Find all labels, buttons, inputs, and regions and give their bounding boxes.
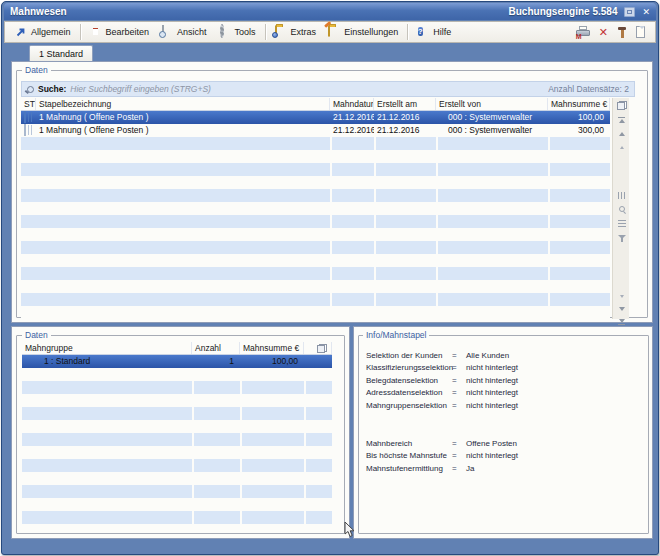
hammer-finalize-button[interactable] (617, 26, 627, 38)
edit-book-icon (90, 26, 102, 38)
step-up-icon[interactable] (613, 141, 630, 153)
group-table-row[interactable]: 1 : Standard 1 100,00 (22, 355, 332, 368)
empty-rows-area (21, 137, 610, 319)
info-row: Mahnbereich = Offene Posten (366, 437, 644, 450)
info-row: Bis höchste Mahnstufe = nicht hinterlegt (366, 450, 644, 463)
titlebar: Mahnwesen Buchungsengine 5.584 ✕ (4, 3, 656, 20)
tab-standard[interactable]: 1 Standard (29, 45, 93, 62)
info-panel: Info/Mahnstapel Selektion der Kunden = A… (353, 326, 653, 539)
info-row: Belegdatenselektion = nicht hinterlegt (366, 374, 644, 387)
mouse-cursor (344, 522, 356, 543)
ne-arrow-icon (15, 26, 27, 38)
search-label: Suche: (38, 84, 66, 94)
record-count-label: Anzahl Datensätze: 2 (548, 84, 629, 94)
scroll-top-icon[interactable] (613, 114, 630, 126)
extras-folder-icon (275, 26, 287, 38)
empty-rows-area (22, 368, 332, 524)
filter-icon[interactable] (613, 231, 630, 243)
info-row: Klassifizierungsselektion = nicht hinter… (366, 362, 644, 375)
delete-button[interactable]: ✕ (599, 26, 608, 38)
info-group-label: Info/Mahnstapel (363, 331, 429, 340)
engine-version-label: Buchungsengine 5.584 (509, 6, 618, 17)
scroll-up-icon[interactable] (613, 128, 630, 140)
help-icon: ? (417, 26, 429, 38)
info-row: Adressdatenselektion = nicht hinterlegt (366, 387, 644, 400)
scroll-down-icon[interactable] (613, 303, 630, 315)
sum-rows-icon[interactable] (613, 217, 630, 229)
close-button[interactable]: ✕ (642, 7, 650, 17)
menu-tools[interactable]: Tools (213, 23, 262, 41)
selection-info-block: Selektion der Kunden = Alle Kunden Klass… (366, 349, 644, 412)
search-input[interactable] (70, 84, 544, 94)
batch-table-header: ST Stapelbezeichnung Mahndatum Erstellt … (21, 98, 610, 111)
info-row: Mahnstufenermittlung = Ja (366, 462, 644, 475)
search-bar: Suche: Anzahl Datensätze: 2 (21, 81, 635, 97)
daten-group-label: Daten (22, 66, 51, 75)
copy-export-icon[interactable] (613, 99, 630, 111)
copy-export-icon[interactable] (317, 344, 327, 353)
tools-gear-icon (219, 26, 231, 38)
zoom-search-icon[interactable] (613, 203, 630, 215)
menu-separator (265, 24, 266, 40)
app-window: Mahnwesen Buchungsengine 5.584 ✕ Allgeme… (1, 1, 659, 555)
menu-separator (407, 24, 408, 40)
mahngruppe-panel: Daten Mahngruppe Anzahl Mahnsumme € 1 : … (11, 326, 350, 539)
menu-bearbeiten[interactable]: Bearbeiten (84, 23, 156, 41)
columns-icon[interactable] (613, 189, 630, 201)
batch-grid-icon (24, 124, 26, 136)
window-system-icon[interactable] (624, 7, 635, 17)
table-toolbar-strip (612, 98, 629, 319)
menu-einstellungen[interactable]: Einstellungen (322, 23, 404, 41)
step-down-icon[interactable] (613, 290, 630, 302)
search-icon (27, 86, 34, 93)
info-row: Mahngruppenselektion = nicht hinterlegt (366, 399, 644, 412)
menu-separator (80, 24, 81, 40)
menu-hilfe[interactable]: ? Hilfe (411, 23, 457, 41)
menubar: Allgemein Bearbeiten Ansicht Tools Extra… (4, 21, 656, 43)
daten2-group-label: Daten (22, 331, 51, 340)
info-row: Selektion der Kunden = Alle Kunden (366, 349, 644, 362)
window-title: Mahnwesen (10, 6, 67, 17)
table-row[interactable]: 1 Mahnung ( Offene Posten ) 21.12.2016 2… (21, 124, 610, 137)
menu-extras[interactable]: Extras (269, 23, 323, 41)
print-dunning-button[interactable]: M (576, 26, 590, 38)
menu-allgemein[interactable]: Allgemein (9, 23, 77, 41)
table-row[interactable]: 1 Mahnung ( Offene Posten ) 21.12.2016 2… (21, 111, 610, 124)
menu-ansicht[interactable]: Ansicht (155, 23, 213, 41)
group-table-header: Mahngruppe Anzahl Mahnsumme € (22, 342, 332, 355)
batches-panel: Daten Suche: Anzahl Datensätze: 2 ST Sta… (11, 61, 653, 323)
settings-folder-icon (328, 26, 340, 38)
view-magnifier-icon (161, 26, 173, 38)
batch-grid-icon (24, 111, 26, 123)
new-page-button[interactable] (636, 26, 645, 38)
settings-info-block: Mahnbereich = Offene Posten Bis höchste … (366, 437, 644, 475)
